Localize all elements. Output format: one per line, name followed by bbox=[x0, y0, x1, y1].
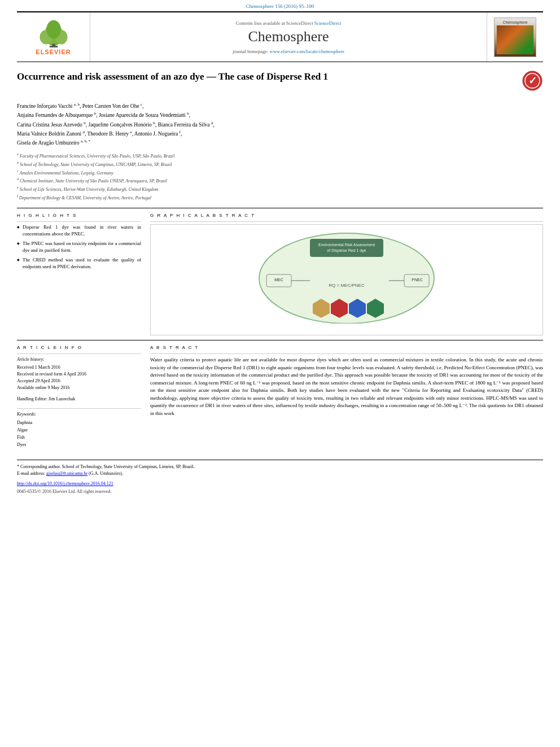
thumb-image bbox=[497, 25, 533, 54]
sciencedirect-link: Contents lists available at ScienceDirec… bbox=[236, 20, 342, 26]
keywords-section: Keywords: Daphnia Algae Fish Dyes bbox=[17, 411, 141, 448]
received-date: Received 1 March 2016 bbox=[17, 365, 60, 370]
article-info-column: A R T I C L E I N F O Article history: R… bbox=[17, 345, 141, 448]
keyword-2: Algae bbox=[17, 427, 141, 434]
journal-thumbnail: Chemosphere bbox=[487, 12, 543, 62]
highlights-column: H I G H L I G H T S Disperse Red 1 dye w… bbox=[17, 213, 141, 335]
authors-section: Francine Inforçato Vacchi a, b, Peter Ca… bbox=[17, 102, 543, 147]
abstract-label: A B S T R A C T bbox=[150, 345, 543, 350]
svg-rect-6 bbox=[49, 46, 58, 47]
highlights-graphical-section: H I G H L I G H T S Disperse Red 1 dye w… bbox=[17, 213, 543, 335]
affil-f: f Department of Biology & CESAM, Univers… bbox=[17, 194, 543, 202]
highlights-label: H I G H L I G H T S bbox=[17, 213, 141, 218]
keyword-3: Fish bbox=[17, 434, 141, 442]
affiliations-section: a Faculty of Pharmaceutical Sciences, Un… bbox=[17, 152, 543, 201]
copyright-line: 0045-6535/© 2016 Elsevier Ltd. All right… bbox=[17, 488, 543, 495]
graphical-abstract-label: G R A P H I C A L A B S T R A C T bbox=[150, 213, 543, 218]
journal-header: ELSEVIER Contents lists available at Sci… bbox=[17, 11, 543, 62]
corresponding-author-note: * Corresponding author. School of Techno… bbox=[17, 464, 543, 470]
thumb-title: Chemosphere bbox=[503, 20, 528, 24]
affil-b: b School of Technology, State University… bbox=[17, 160, 543, 168]
highlights-list: Disperse Red 1 dye was found in river wa… bbox=[17, 224, 141, 270]
elsevier-logo-section: ELSEVIER bbox=[17, 12, 90, 62]
divider-1 bbox=[17, 208, 543, 208]
journal-title: Chemosphere bbox=[248, 28, 329, 45]
paper-body: Occurrence and risk assessment of an azo… bbox=[17, 62, 543, 495]
graphical-divider bbox=[150, 221, 543, 222]
svg-rect-11 bbox=[310, 239, 383, 257]
available-date: Available online 9 May 2016 bbox=[17, 385, 69, 390]
keywords-title: Keywords: bbox=[17, 411, 141, 418]
journal-citation: Chemosphere 156 (2016) 95–100 bbox=[0, 0, 560, 11]
info-abstract-section: A R T I C L E I N F O Article history: R… bbox=[17, 345, 543, 448]
accepted-date: Accepted 29 April 2016 bbox=[17, 378, 60, 383]
keyword-4: Dyes bbox=[17, 442, 141, 449]
elsevier-tree-icon bbox=[31, 19, 76, 47]
elsevier-brand-text: ELSEVIER bbox=[36, 49, 71, 55]
highlight-item-2: The PNEC was based on toxicity endpoints… bbox=[17, 241, 141, 254]
graphical-abstract-image: Environmental Risk Assessment of Dispers… bbox=[156, 230, 537, 329]
graphical-abstract-svg: Environmental Risk Assessment of Dispers… bbox=[256, 230, 437, 324]
article-title-section: Occurrence and risk assessment of an azo… bbox=[17, 70, 543, 96]
keywords-divider bbox=[17, 408, 141, 409]
graphical-abstract-column: G R A P H I C A L A B S T R A C T Enviro… bbox=[150, 213, 543, 335]
svg-point-4 bbox=[46, 20, 60, 38]
abstract-text: Water quality criteria to protect aquati… bbox=[150, 356, 543, 417]
journal-center-info: Contents lists available at ScienceDirec… bbox=[90, 12, 487, 62]
abstract-divider bbox=[150, 353, 543, 354]
journal-homepage: journal homepage: www.elsevier.com/locat… bbox=[233, 49, 344, 54]
svg-text:Environmental Risk Assessment: Environmental Risk Assessment bbox=[318, 243, 375, 247]
divider-2 bbox=[17, 340, 543, 340]
article-history: Article history: Received 1 March 2016 R… bbox=[17, 356, 141, 391]
crossmark-icon: ✓ bbox=[522, 70, 543, 91]
article-info-label: A R T I C L E I N F O bbox=[17, 345, 141, 350]
keyword-1: Daphnia bbox=[17, 420, 141, 427]
svg-text:PNEC: PNEC bbox=[412, 278, 422, 282]
revised-date: Received in revised form 4 April 2016 bbox=[17, 372, 86, 377]
history-title: Article history: bbox=[17, 356, 141, 363]
info-divider bbox=[17, 353, 141, 354]
elsevier-logo: ELSEVIER bbox=[31, 19, 76, 55]
doi-link[interactable]: http://dx.doi.org/10.1016/j.chemosphere.… bbox=[17, 481, 113, 486]
svg-text:✓: ✓ bbox=[528, 75, 537, 86]
email-link[interactable]: giselau@ft.unicamp.br bbox=[46, 471, 88, 476]
affil-a: a Faculty of Pharmaceutical Sciences, Un… bbox=[17, 152, 543, 160]
homepage-url[interactable]: www.elsevier.com/locate/chemosphere bbox=[270, 49, 345, 54]
highlights-divider bbox=[17, 221, 141, 222]
svg-text:RQ = MEC/PNEC: RQ = MEC/PNEC bbox=[329, 283, 365, 288]
abstract-column: A B S T R A C T Water quality criteria t… bbox=[150, 345, 543, 448]
svg-text:of Disperse Red 1 dye: of Disperse Red 1 dye bbox=[327, 248, 366, 253]
article-title: Occurrence and risk assessment of an azo… bbox=[17, 70, 515, 84]
svg-text:MEC: MEC bbox=[274, 278, 283, 282]
footnotes-section: * Corresponding author. School of Techno… bbox=[17, 460, 543, 495]
email-note: E-mail address: giselau@ft.unicamp.br (G… bbox=[17, 470, 543, 477]
graphical-abstract-box: Environmental Risk Assessment of Dispers… bbox=[150, 224, 543, 335]
affil-d: d Chemical Institute, State University o… bbox=[17, 177, 543, 185]
handling-editor: Handling Editor: Jim Lazorchak bbox=[17, 396, 141, 403]
sciencedirect-url[interactable]: ScienceDirect bbox=[314, 20, 342, 26]
highlight-item-1: Disperse Red 1 dye was found in river wa… bbox=[17, 224, 141, 238]
chemosphere-cover-image: Chemosphere bbox=[494, 18, 536, 57]
doi-line: http://dx.doi.org/10.1016/j.chemosphere.… bbox=[17, 480, 543, 487]
affil-c: c Amalex Environmental Solutions, Leipzi… bbox=[17, 169, 543, 177]
affil-e: e School of Life Sciences, Heriot-Watt U… bbox=[17, 185, 543, 193]
highlight-item-3: The CRED method was used to evaluate the… bbox=[17, 257, 141, 270]
